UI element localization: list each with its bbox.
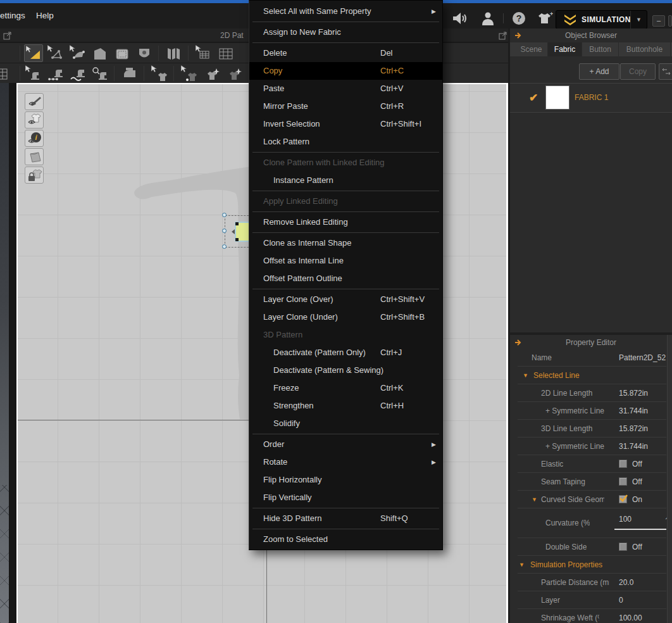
context-menu-item[interactable]: Lock Pattern [249, 133, 442, 151]
maximize-button-partial[interactable] [668, 15, 672, 27]
selection-handle-top-left[interactable] [222, 213, 227, 217]
context-menu-item[interactable]: Layer Clone (Under)Ctrl+Shift+B [249, 308, 442, 326]
tab-buttonhole[interactable]: Buttonhole [619, 42, 671, 56]
curved-sewing-tool[interactable] [68, 65, 87, 82]
property-value[interactable]: 31.744in [619, 402, 648, 420]
edit-curvature-tool[interactable] [68, 44, 87, 62]
panel-arrow-icon[interactable] [514, 339, 522, 346]
iron-tool[interactable] [120, 65, 139, 82]
minimize-button[interactable]: – [652, 15, 665, 27]
fabric-swatch[interactable] [545, 85, 569, 110]
property-value[interactable]: 100.00 [619, 609, 642, 623]
slider-track[interactable] [614, 529, 666, 530]
pleats-tool[interactable] [165, 44, 184, 62]
context-menu-item[interactable]: Zoom to Selected [249, 531, 442, 548]
context-menu-item[interactable]: Offset Pattern Outline [249, 270, 442, 287]
panel-arrow-icon[interactable] [514, 32, 522, 39]
detail-sewing-tool[interactable] [90, 65, 109, 82]
show-needle-toggle[interactable] [25, 93, 44, 110]
context-menu-item[interactable]: Deactivate (Pattern Only)Ctrl+J [249, 344, 442, 362]
window-splitter[interactable] [9, 83, 16, 623]
polygon-tool[interactable] [90, 44, 109, 62]
add-garment-icon[interactable]: + [537, 11, 553, 28]
collapse-triangle-icon[interactable]: ▼ [519, 556, 525, 574]
tab-scene[interactable]: Scene [515, 42, 548, 56]
edit-sewing-tool[interactable] [24, 65, 43, 82]
context-menu-item[interactable]: Select All with Same Property▶ [249, 3, 442, 20]
lock-garment-toggle[interactable] [25, 167, 44, 184]
transform-pattern-tool[interactable] [24, 44, 43, 62]
checkbox-unchecked[interactable] [619, 543, 627, 551]
menu-help[interactable]: Help [36, 3, 54, 28]
property-value[interactable]: 15.872in [619, 384, 648, 402]
trace-tool[interactable] [194, 44, 213, 62]
speaker-icon[interactable] [452, 11, 468, 28]
context-menu-item[interactable]: Order▶ [249, 436, 442, 453]
sparkle-garment-tool[interactable] [202, 65, 221, 82]
property-value[interactable]: 20.0 [619, 574, 633, 591]
context-menu-item[interactable]: Remove Linked Editing [249, 213, 442, 231]
popout-icon[interactable] [3, 31, 11, 39]
selection-handle-mid-left[interactable] [222, 229, 227, 233]
property-label: Particle Distance (mm) [541, 574, 609, 591]
context-menu-item[interactable]: Instance Pattern [249, 172, 442, 189]
slider-value-input[interactable]: 100 [619, 515, 632, 524]
context-menu-item[interactable]: Flip Vertically [249, 489, 442, 507]
fabric-list-item[interactable]: ✔ FABRIC 1 [510, 84, 672, 112]
select-garment-tool[interactable] [150, 65, 169, 82]
property-value[interactable]: 0 [619, 591, 623, 609]
3d-viewport-sliver[interactable] [0, 83, 9, 623]
help-icon[interactable]: ? [512, 11, 526, 28]
pattern-point[interactable] [235, 238, 239, 241]
context-menu-item[interactable]: DeleteDel [249, 44, 442, 62]
property-editor-scrollbar[interactable] [667, 335, 672, 623]
rectangle-tool[interactable] [113, 44, 132, 62]
tab-button[interactable]: Button [582, 42, 619, 56]
show-info-toggle[interactable]: i [25, 130, 44, 147]
selection-handle-bottom-left[interactable] [222, 244, 227, 249]
partial-tool-icon[interactable] [0, 65, 10, 82]
pin-garment-tool[interactable] [180, 65, 199, 82]
checkbox-unchecked[interactable] [619, 477, 627, 486]
context-menu-item[interactable]: Clone as Internal Shape [249, 234, 442, 252]
context-menu-item[interactable]: Invert SelectionCtrl+Shift+I [249, 115, 442, 133]
star-garment-tool[interactable] [224, 65, 243, 82]
dart-tool[interactable] [135, 44, 154, 62]
menu-separator [252, 289, 439, 289]
show-fabric-toggle[interactable] [25, 148, 44, 165]
grid-tool[interactable] [216, 44, 235, 62]
collapse-triangle-icon[interactable]: ▼ [532, 491, 537, 508]
copy-fabric-button[interactable]: Copy [620, 63, 656, 80]
context-menu-item[interactable]: PasteCtrl+V [249, 80, 442, 98]
sync-fabric-button[interactable] [659, 63, 672, 80]
add-fabric-button[interactable]: + Add [579, 63, 619, 80]
context-menu-item[interactable]: FreezeCtrl+K [249, 379, 442, 397]
context-menu-item[interactable]: Layer Clone (Over)Ctrl+Shift+V [249, 291, 442, 308]
context-menu-item[interactable]: Mirror PasteCtrl+R [249, 98, 442, 115]
property-value[interactable]: Pattern2D_52 [619, 349, 666, 367]
tab-fabric[interactable]: Fabric [548, 42, 582, 56]
context-menu-item[interactable]: CopyCtrl+C [249, 62, 442, 80]
property-value[interactable]: 31.744in [619, 437, 648, 455]
context-menu-item[interactable]: Flip Horizontally [249, 471, 442, 489]
simulation-button[interactable]: SIMULATION ▼ [556, 10, 647, 29]
edit-pattern-tool[interactable] [46, 44, 65, 62]
free-sewing-tool[interactable] [46, 65, 65, 82]
property-value[interactable]: 15.872in [619, 420, 648, 437]
context-menu-item[interactable]: Rotate▶ [249, 453, 442, 471]
popout-icon-right[interactable] [499, 31, 507, 39]
show-garment-toggle[interactable] [25, 111, 44, 129]
context-menu-item[interactable]: Assign to New Fabric [249, 23, 442, 41]
pattern-point[interactable] [235, 222, 239, 225]
user-icon[interactable] [481, 11, 495, 28]
context-menu-item[interactable]: Offset as Internal Line [249, 252, 442, 270]
checkbox-unchecked[interactable] [619, 460, 627, 468]
simulation-dropdown-caret[interactable]: ▼ [630, 11, 647, 28]
context-menu-item[interactable]: StrengthenCtrl+H [249, 397, 442, 415]
context-menu-item[interactable]: Solidify [249, 415, 442, 432]
collapse-triangle-icon[interactable]: ▼ [523, 367, 528, 384]
context-menu-item[interactable]: Hide 3D PatternShift+Q [249, 510, 442, 527]
context-menu-item[interactable]: Deactivate (Pattern & Sewing) [249, 362, 442, 379]
checkbox-checked[interactable] [619, 495, 627, 503]
menu-settings[interactable]: ettings [0, 3, 25, 28]
